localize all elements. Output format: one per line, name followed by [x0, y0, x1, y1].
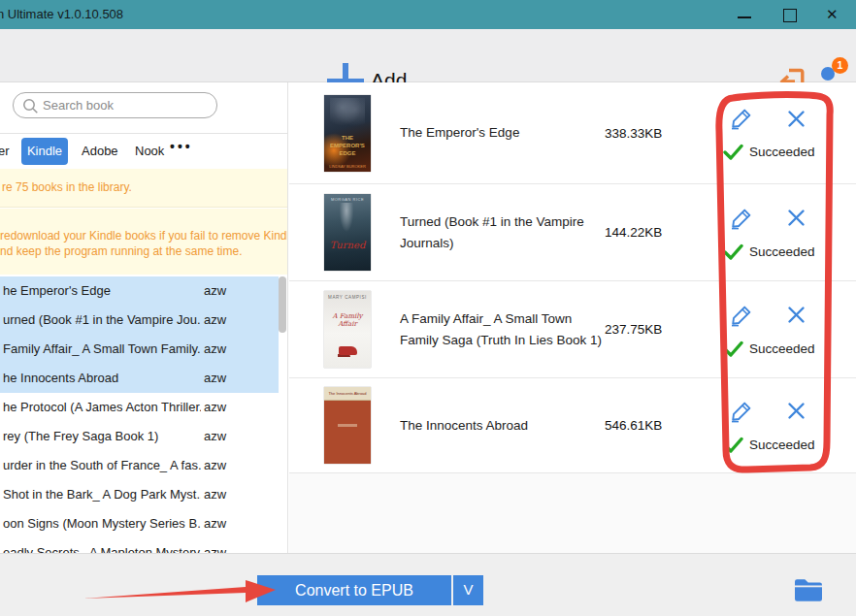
tab-adobe[interactable]: Adobe	[82, 144, 118, 158]
row-actions: Succeeded	[702, 399, 837, 453]
sidebar-book-row[interactable]: he Emperor's Edge azw	[0, 276, 279, 306]
row-action-icons	[729, 399, 808, 424]
sidebar-book-format: azw	[204, 422, 226, 451]
row-action-icons	[729, 106, 808, 131]
sidebar-book-row[interactable]: rey (The Frey Saga Book 1) azw	[0, 422, 279, 451]
conversion-book-title: The Innocents Abroad	[400, 415, 603, 437]
conversion-book-size: 546.61KB	[605, 418, 702, 433]
cover-text-title: THE EMPEROR'S EDGE	[324, 134, 371, 157]
sidebar-book-row[interactable]: Family Affair_ A Small Town Family... az…	[0, 335, 279, 364]
sidebar-book-title: eadly Secrets_ A Mapleton Mystery	[3, 538, 201, 553]
book-cover: MARY CAMPISI A Family Affair	[324, 291, 371, 368]
cover-text-top: The Innocents Abroad	[324, 391, 371, 396]
remove-book-button[interactable]	[783, 303, 808, 328]
row-actions: Succeeded	[702, 106, 837, 160]
sidebar-book-format: azw	[204, 451, 226, 480]
tab-partial[interactable]: er	[0, 144, 10, 158]
sidebar-book-format: azw	[204, 538, 226, 553]
close-x-icon	[787, 402, 806, 420]
search-box	[13, 92, 217, 118]
conversion-row: The Innocents Abroad The Innocents Abroa…	[289, 378, 856, 473]
edit-metadata-button[interactable]	[729, 303, 754, 328]
sidebar-book-format: azw	[204, 509, 226, 538]
tab-kindle[interactable]: Kindle	[21, 138, 68, 165]
cover-text-title: A Family Affair	[324, 312, 371, 328]
pencil-icon	[729, 303, 754, 328]
status-label: Succeeded	[749, 341, 815, 356]
close-button[interactable]	[817, 0, 850, 29]
tab-more[interactable]: •••	[170, 139, 193, 154]
convert-button-group: Convert to EPUB V	[257, 575, 483, 605]
remove-book-button[interactable]	[783, 399, 808, 424]
sidebar-book-row[interactable]: he Protocol (A James Acton Thriller... a…	[0, 393, 279, 422]
conversion-book-title: Turned (Book #1 in the Vampire Journals)	[400, 211, 603, 253]
sidebar-book-row[interactable]: oon Signs (Moon Mystery Series B... azw	[0, 509, 279, 538]
conversion-book-title: The Emperor's Edge	[400, 122, 603, 144]
sidebar-book-row[interactable]: urned (Book #1 in the Vampire Jou... azw	[0, 306, 279, 335]
sidebar-book-row[interactable]: urder in the South of France_ A fas... a…	[0, 451, 279, 480]
warning-line-2: nd keep the program running at the same …	[0, 244, 242, 258]
convert-to-epub-button[interactable]: Convert to EPUB	[257, 575, 451, 605]
search-input[interactable]	[43, 94, 210, 116]
conversion-row: MARY CAMPISI A Family Affair A Family Af…	[289, 281, 856, 378]
tab-nook[interactable]: Nook	[135, 144, 164, 158]
sidebar-book-title: urned (Book #1 in the Vampire Jou...	[3, 306, 201, 335]
book-cover: MORGAN RICE Turned	[324, 194, 371, 271]
conversion-row: THE EMPEROR'S EDGE LINDSAY BUROKER The E…	[289, 82, 856, 184]
conversion-status: Succeeded	[723, 243, 815, 260]
sidebar-scrollbar-thumb[interactable]	[279, 276, 286, 333]
conversion-book-size: 237.75KB	[605, 322, 702, 337]
status-label: Succeeded	[749, 145, 815, 159]
book-cover: The Innocents Abroad	[324, 387, 371, 464]
sidebar-book-row[interactable]: Shot in the Bark_ A Dog Park Myst... azw	[0, 480, 279, 509]
edit-metadata-button[interactable]	[729, 206, 754, 231]
window-title: n Ultimate v1.0.10.508	[0, 7, 123, 21]
library-count-notice: re 75 books in the library.	[0, 169, 288, 208]
close-x-icon	[787, 209, 806, 227]
conversion-panel: THE EMPEROR'S EDGE LINDSAY BUROKER The E…	[289, 82, 856, 553]
conversion-status: Succeeded	[723, 437, 815, 453]
row-actions: Succeeded	[702, 303, 837, 357]
remove-book-button[interactable]	[783, 206, 808, 231]
close-x-icon	[787, 110, 806, 128]
sidebar-book-row[interactable]: eadly Secrets_ A Mapleton Mystery azw	[0, 538, 279, 553]
book-cover: THE EMPEROR'S EDGE LINDSAY BUROKER	[324, 95, 371, 172]
cover-text-top: MARY CAMPISI	[324, 295, 371, 300]
sidebar-book-title: he Protocol (A James Acton Thriller...	[3, 393, 201, 422]
sidebar-book-title: Family Affair_ A Small Town Family...	[3, 335, 201, 364]
open-output-folder-button[interactable]	[794, 576, 823, 602]
maximize-button[interactable]	[773, 0, 806, 29]
conversion-list: THE EMPEROR'S EDGE LINDSAY BUROKER The E…	[289, 82, 856, 473]
sidebar-book-format: azw	[204, 335, 226, 364]
sidebar-book-format: azw	[204, 306, 226, 335]
sidebar-book-format: azw	[204, 276, 226, 306]
pencil-icon	[729, 206, 754, 231]
cover-text-author: LINDSAY BUROKER	[324, 164, 371, 169]
titlebar: n Ultimate v1.0.10.508	[0, 0, 856, 29]
kindle-warning-notice: redownload your Kindle books if you fail…	[0, 209, 288, 275]
pencil-icon	[729, 106, 754, 131]
cover-text-title: Turned	[324, 240, 371, 250]
footer-bar: Convert to EPUB V	[0, 553, 856, 616]
sidebar-book-row[interactable]: he Innocents Abroad azw	[0, 364, 279, 393]
sidebar-book-title: oon Signs (Moon Mystery Series B...	[3, 509, 201, 538]
conversion-book-title: A Family Affair_ A Small Town Family Sag…	[400, 308, 603, 350]
check-icon	[723, 243, 743, 260]
conversion-list-empty-area	[289, 473, 856, 553]
convert-format-dropdown[interactable]: V	[453, 575, 483, 605]
conversion-status: Succeeded	[723, 144, 815, 160]
minimize-button[interactable]	[728, 0, 761, 29]
toolbar: Add 1	[0, 29, 856, 82]
status-label: Succeeded	[749, 244, 815, 259]
sidebar-book-title: he Emperor's Edge	[3, 276, 201, 306]
check-icon	[723, 437, 743, 453]
remove-book-button[interactable]	[783, 106, 808, 131]
search-icon	[22, 98, 39, 114]
sidebar-book-format: azw	[204, 393, 226, 422]
edit-metadata-button[interactable]	[729, 106, 754, 131]
notification-badge: 1	[832, 57, 848, 74]
edit-metadata-button[interactable]	[729, 399, 754, 424]
conversion-row: MORGAN RICE Turned Turned (Book #1 in th…	[289, 184, 856, 281]
warning-line-1: redownload your Kindle books if you fail…	[0, 229, 288, 243]
conversion-status: Succeeded	[723, 340, 815, 357]
